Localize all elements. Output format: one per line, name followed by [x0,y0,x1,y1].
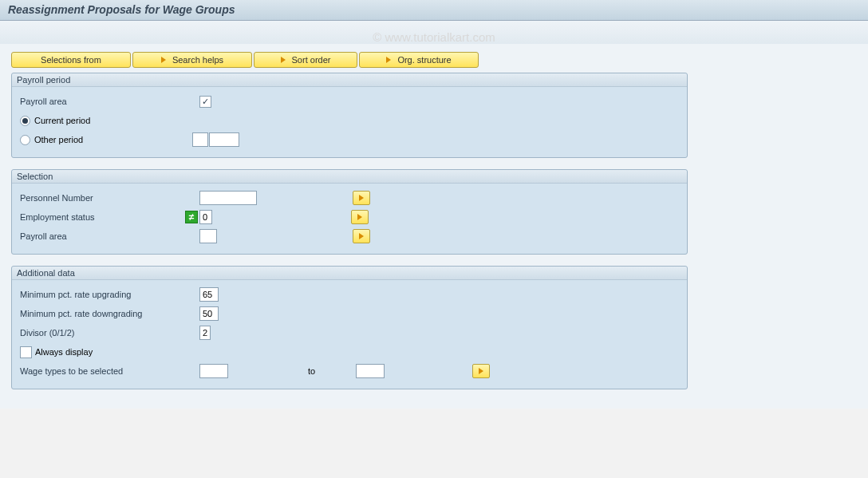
current-period-label: Current period [34,116,90,125]
current-period-radio[interactable]: Current period [20,116,90,126]
arrow-right-icon [357,214,362,220]
payroll-area-checkbox[interactable]: ✓ [199,96,211,108]
search-helps-label: Search helps [172,55,223,65]
employment-status-input[interactable] [199,210,212,224]
search-helps-button[interactable]: Search helps [132,52,252,68]
page-title: Reassignment Proposals for Wage Groups [8,3,860,16]
group-title-selection: Selection [12,170,687,184]
always-display-label: Always display [35,347,93,357]
personnel-number-input[interactable] [199,191,257,205]
min-pct-downgrade-input[interactable] [199,306,219,321]
personnel-number-more-button[interactable] [353,191,370,205]
selections-from-label: Selections from [41,55,101,65]
arrow-right-icon [359,233,364,239]
sort-order-button[interactable]: Sort order [254,52,357,68]
group-title-payroll-period: Payroll period [12,73,687,87]
radio-icon [20,116,30,126]
payroll-area-sel-label: Payroll area [20,231,199,241]
arrow-right-icon [281,57,286,63]
min-pct-upgrade-input[interactable] [199,287,219,302]
selections-from-button[interactable]: Selections from [11,52,131,68]
arrow-right-icon [161,57,166,63]
wage-types-more-button[interactable] [472,364,490,378]
payroll-area-more-button[interactable] [353,229,370,243]
personnel-number-label: Personnel Number [20,193,199,203]
not-equal-icon[interactable]: ≠ [185,211,198,223]
radio-icon [20,135,30,145]
group-title-additional-data: Additional data [12,267,687,280]
arrow-right-icon [359,195,364,201]
payroll-area-label: Payroll area [20,97,199,106]
other-period-to-input[interactable] [209,132,239,147]
wage-types-to-input[interactable] [356,364,385,378]
min-pct-downgrade-label: Minimum pct. rate downgrading [20,309,199,318]
sort-order-label: Sort order [292,55,331,65]
button-row: Selections from Search helps Sort order … [11,52,857,68]
employment-status-label: Employment status [20,212,185,222]
always-display-checkbox[interactable] [20,346,32,358]
group-additional-data: Additional data Minimum pct. rate upgrad… [11,266,688,389]
work-area: Selections from Search helps Sort order … [0,44,868,409]
divisor-label: Divisor (0/1/2) [20,328,199,338]
org-structure-label: Org. structure [397,55,451,65]
other-period-label: Other period [34,135,83,144]
divisor-input[interactable] [199,326,211,340]
arrow-right-icon [479,368,483,374]
other-period-radio[interactable]: Other period [20,135,83,145]
group-payroll-period: Payroll period Payroll area ✓ Current pe… [11,73,688,158]
arrow-right-icon [386,57,391,63]
other-period-from-input[interactable] [192,132,208,147]
wage-types-label: Wage types to be selected [20,366,199,376]
group-selection: Selection Personnel Number Employment st… [11,169,688,255]
min-pct-upgrade-label: Minimum pct. rate upgrading [20,290,199,299]
employment-status-more-button[interactable] [351,210,369,224]
org-structure-button[interactable]: Org. structure [359,52,479,68]
wage-types-from-input[interactable] [199,364,228,378]
payroll-area-input[interactable] [199,229,217,243]
title-bar: Reassignment Proposals for Wage Groups [0,0,868,21]
to-label: to [308,366,356,376]
